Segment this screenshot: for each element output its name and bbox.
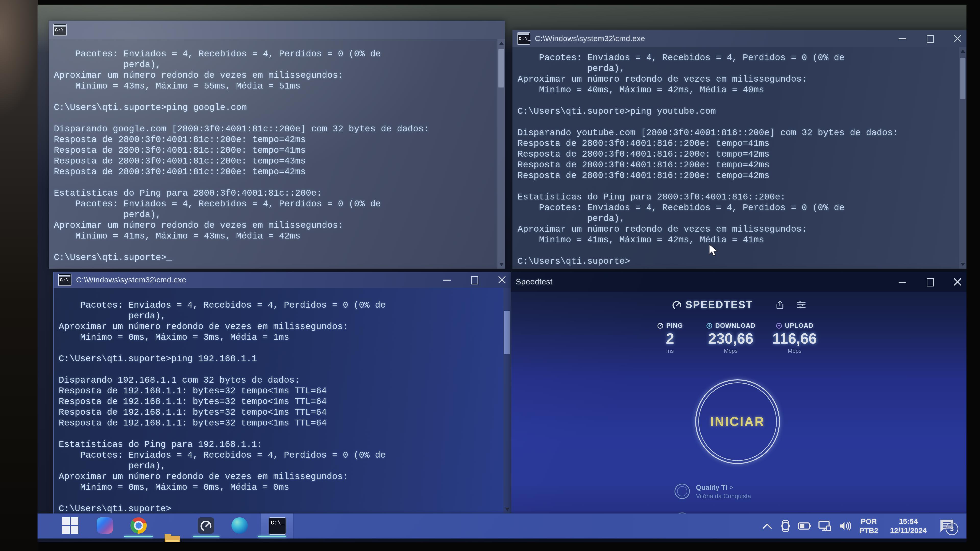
cmd-window-titlebar[interactable]: C:\_ bbox=[49, 21, 505, 39]
cmd-window-ping-google: C:\_ Pacotes: Enviados = 4, Recebidos = … bbox=[49, 21, 505, 268]
running-indicator-speedtest bbox=[192, 536, 220, 537]
time: 15:54 bbox=[899, 517, 918, 526]
terminal-line: perda), bbox=[59, 461, 503, 472]
isp-name: Quality TI bbox=[696, 484, 727, 491]
isp-row[interactable]: Quality TI > Vitória da Conquista bbox=[675, 484, 751, 500]
language-bottom: PTB2 bbox=[859, 526, 878, 535]
scroll-down-icon[interactable] bbox=[505, 508, 510, 511]
maximize-icon[interactable] bbox=[926, 278, 934, 286]
iniciar-button[interactable]: INICIAR bbox=[695, 380, 780, 464]
scroll-down-icon[interactable] bbox=[499, 263, 504, 266]
isp-city: Vitória da Conquista bbox=[696, 492, 751, 500]
scroll-down-icon[interactable] bbox=[961, 263, 965, 266]
copilot-icon[interactable] bbox=[97, 517, 113, 534]
terminal-line: Resposta de 2800:3f0:4001:81c::200e: tem… bbox=[54, 156, 497, 167]
close-icon[interactable] bbox=[953, 34, 962, 43]
taskbar: C:\_ bbox=[38, 513, 966, 538]
cmd-window-titlebar[interactable]: C:\_ C:\Windows\system32\cmd.exe bbox=[54, 272, 511, 288]
terminal-line: perda), bbox=[54, 59, 497, 70]
terminal-line: Resposta de 192.168.1.1: bytes=32 tempo<… bbox=[59, 407, 503, 418]
scrollbar[interactable] bbox=[959, 47, 966, 268]
terminal-line: Aproximar um número redondo de vezes em … bbox=[517, 224, 959, 235]
terminal-line: Resposta de 2800:3f0:4001:816::200e: tem… bbox=[517, 149, 959, 160]
file-explorer-icon[interactable] bbox=[164, 534, 180, 542]
download-label: DOWNLOAD bbox=[715, 322, 756, 329]
gauge-icon bbox=[671, 299, 682, 310]
download-circle-icon bbox=[706, 322, 713, 329]
running-indicator-cmd bbox=[258, 536, 286, 537]
ping-value: 2 bbox=[651, 331, 689, 346]
terminal-line bbox=[59, 343, 503, 354]
ping-unit: ms bbox=[651, 348, 689, 354]
terminal-line: Disparando 192.168.1.1 com 32 bytes de d… bbox=[59, 375, 503, 386]
upload-label: UPLOAD bbox=[785, 322, 814, 329]
settings-sliders-icon[interactable] bbox=[796, 300, 807, 310]
phone-link-icon[interactable] bbox=[780, 519, 791, 532]
cmd-icon[interactable]: C:\_ bbox=[269, 517, 286, 535]
scrollbar-thumb[interactable] bbox=[960, 58, 966, 99]
windows-start-icon[interactable] bbox=[62, 517, 78, 534]
terminal-line: perda), bbox=[517, 213, 959, 224]
terminal-line: Resposta de 2800:3f0:4001:81c::200e: tem… bbox=[54, 167, 497, 177]
speedtest-brand-text: SPEEDTEST bbox=[686, 299, 753, 310]
terminal-line: Pacotes: Enviados = 4, Recebidos = 4, Pe… bbox=[517, 203, 959, 213]
terminal-line: Estatísticas do Ping para 2800:3f0:4001:… bbox=[517, 192, 959, 203]
terminal-line bbox=[59, 493, 503, 503]
terminal-line: Estatísticas do Ping para 2800:3f0:4001:… bbox=[54, 188, 497, 199]
terminal-line: Resposta de 192.168.1.1: bytes=32 tempo<… bbox=[59, 418, 503, 429]
network-monitor-icon[interactable] bbox=[818, 520, 832, 532]
edge-icon[interactable] bbox=[231, 517, 248, 534]
chevron-up-icon[interactable] bbox=[762, 522, 773, 530]
scrollbar[interactable] bbox=[497, 39, 505, 268]
terminal-line bbox=[517, 181, 959, 192]
download-value: 230,66 bbox=[706, 331, 756, 346]
terminal-line: Mínimo = 40ms, Máximo = 42ms, Média = 40… bbox=[517, 85, 959, 95]
terminal-line: Pacotes: Enviados = 4, Recebidos = 4, Pe… bbox=[59, 300, 503, 311]
close-icon[interactable] bbox=[498, 275, 506, 284]
chrome-icon[interactable] bbox=[130, 517, 147, 534]
terminal-line: Estatísticas do Ping para 192.168.1.1: bbox=[59, 439, 503, 450]
window-title: Speedtest bbox=[516, 277, 893, 286]
cmd-icon: C:\_ bbox=[53, 24, 67, 36]
upload-value: 116,66 bbox=[772, 331, 817, 346]
minimize-icon[interactable] bbox=[898, 278, 907, 286]
language-indicator[interactable]: POR PTB2 bbox=[859, 517, 878, 535]
cmd-icon: C:\_ bbox=[58, 274, 72, 286]
maximize-icon[interactable] bbox=[926, 34, 934, 43]
terminal-line bbox=[517, 245, 959, 256]
notification-icon[interactable]: 3 bbox=[939, 518, 956, 534]
maximize-icon[interactable] bbox=[470, 275, 479, 284]
scroll-up-icon[interactable] bbox=[961, 49, 965, 53]
close-icon[interactable] bbox=[953, 278, 962, 286]
share-icon[interactable] bbox=[775, 300, 785, 310]
speaker-icon[interactable] bbox=[838, 520, 853, 532]
terminal-line: Mínimo = 0ms, Máximo = 3ms, Média = 1ms bbox=[59, 332, 503, 343]
scroll-up-icon[interactable] bbox=[499, 41, 504, 45]
scrollbar[interactable] bbox=[503, 288, 511, 513]
cmd-window-ping-gateway: C:\_ C:\Windows\system32\cmd.exe Pacotes… bbox=[53, 272, 511, 513]
minimize-icon[interactable] bbox=[898, 34, 907, 43]
terminal-line bbox=[517, 95, 959, 106]
speedtest-titlebar[interactable]: Speedtest bbox=[511, 272, 966, 292]
speedtest-logo: SPEEDTEST bbox=[671, 299, 753, 310]
terminal-line: C:\Users\qti.suporte> bbox=[517, 256, 959, 267]
mouse-cursor bbox=[708, 244, 720, 257]
battery-icon[interactable] bbox=[798, 520, 811, 532]
window-title: C:\Windows\system32\cmd.exe bbox=[535, 34, 893, 43]
cmd-icon: C:\_ bbox=[517, 32, 530, 44]
chevron-right-icon: > bbox=[729, 484, 733, 491]
minimize-icon[interactable] bbox=[442, 275, 451, 284]
upload-circle-icon bbox=[776, 322, 783, 329]
terminal-line: C:\Users\qti.suporte> bbox=[59, 503, 503, 513]
cmd-window-titlebar[interactable]: C:\_ C:\Windows\system32\cmd.exe bbox=[512, 30, 966, 47]
terminal-line: Pacotes: Enviados = 4, Recebidos = 4, Pe… bbox=[59, 450, 503, 461]
clock[interactable]: 15:54 12/11/2024 bbox=[890, 517, 927, 535]
terminal-line: Mínimo = 41ms, Máximo = 43ms, Média = 42… bbox=[54, 231, 497, 241]
terminal-line: Aproximar um número redondo de vezes em … bbox=[54, 220, 497, 231]
desktop-screen: C:\_ Pacotes: Enviados = 4, Recebidos = … bbox=[38, 5, 966, 542]
speedtest-body: SPEEDTEST bbox=[511, 292, 966, 513]
scrollbar-thumb[interactable] bbox=[504, 311, 510, 354]
terminal-line: Resposta de 192.168.1.1: bytes=32 tempo<… bbox=[59, 386, 503, 396]
scrollbar-thumb[interactable] bbox=[498, 49, 504, 87]
speedtest-gauge-icon[interactable] bbox=[198, 517, 214, 534]
